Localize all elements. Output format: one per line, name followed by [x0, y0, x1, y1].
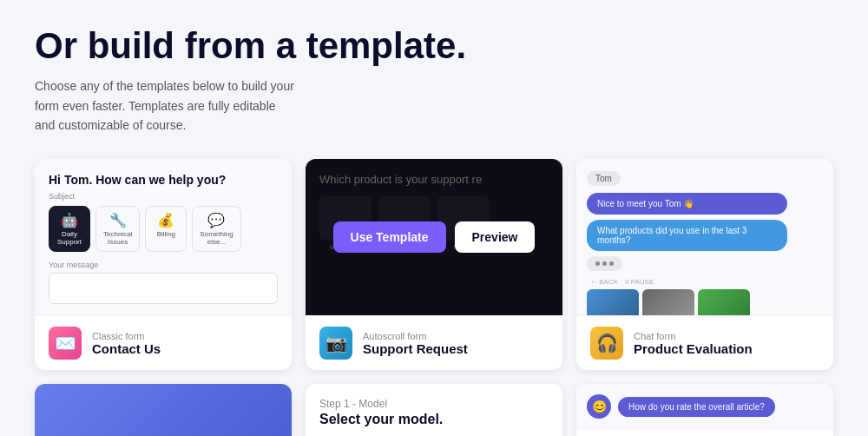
bottom-card-blue[interactable] [35, 384, 292, 436]
chat-bubble-1: Nice to meet you Tom 👋 [587, 193, 787, 215]
template-name-chat: Product Evaluation [634, 341, 753, 356]
dot-2 [602, 261, 607, 266]
mini-avatar: 😊 [587, 394, 611, 419]
preview-support: Which product is your support re My Phon… [306, 159, 562, 315]
chat-image-3 [698, 289, 750, 315]
back-pause-controls: ← BACK II PAUSE [590, 278, 823, 286]
chat-image-1 [587, 289, 639, 315]
message-label: Your message [49, 261, 278, 269]
step-label: Step 1 - Model [319, 398, 549, 410]
page-title: Or build from a template. [35, 26, 833, 66]
bottom-card-step[interactable]: Step 1 - Model Select your model. [306, 384, 562, 436]
dot-3 [609, 261, 614, 266]
chat-tom-label: Tom [587, 171, 621, 186]
bottom-card-chat[interactable]: 😊 How do you rate the overall article? [576, 384, 833, 436]
mini-chat-bubble: How do you rate the overall article? [618, 397, 775, 417]
mini-chat-content: 😊 How do you rate the overall article? [576, 384, 833, 429]
preview-chat: Tom Nice to meet you Tom 👋 What products… [576, 159, 833, 315]
hi-text: Hi Tom. How can we help you? [49, 173, 278, 187]
step-subtitle: Select your model. [319, 412, 549, 427]
chat-typing-dots [587, 256, 622, 271]
page-subtitle: Choose any of the templates below to bui… [35, 76, 295, 135]
subject-label: Subject [49, 192, 278, 201]
template-info-support: Autoscroll form Support Request [363, 331, 468, 356]
subject-technical[interactable]: 🔧 TechnicalIssues [95, 206, 140, 252]
template-name-support: Support Request [363, 341, 468, 356]
template-info-classic: Classic form Contact Us [92, 331, 161, 356]
use-template-button[interactable]: Use Template [333, 221, 446, 253]
template-type-chat: Chat form [634, 331, 753, 341]
template-type-support: Autoscroll form [363, 331, 468, 341]
chat-image-2 [642, 289, 694, 315]
chat-icon: 🎧 [590, 327, 623, 360]
template-info-chat: Chat form Product Evaluation [634, 331, 753, 356]
templates-grid: Hi Tom. How can we help you? Subject 🤖 D… [35, 159, 833, 370]
subject-icons: 🤖 DailySupport 🔧 TechnicalIssues 💰 Billi… [49, 206, 278, 252]
template-name-classic: Contact Us [92, 341, 161, 356]
dot-1 [595, 261, 600, 266]
preview-button[interactable]: Preview [455, 221, 536, 253]
template-type-classic: Classic form [92, 331, 161, 341]
chat-images-row [587, 289, 823, 315]
subject-billing[interactable]: 💰 Billing [145, 206, 187, 252]
chat-bubble-2: What products did you use in the last 3 … [587, 220, 787, 251]
template-footer-support: 📷 Autoscroll form Support Request [306, 315, 562, 370]
template-card-classic[interactable]: Hi Tom. How can we help you? Subject 🤖 D… [35, 159, 292, 370]
support-icon: 📷 [319, 327, 352, 360]
template-footer-chat: 🎧 Chat form Product Evaluation [576, 315, 833, 370]
template-footer-classic: ✉️ Classic form Contact Us [35, 315, 292, 370]
step-content: Step 1 - Model Select your model. [306, 384, 562, 436]
template-overlay: Use Template Preview [306, 159, 562, 315]
subject-daily-support[interactable]: 🤖 DailySupport [49, 206, 90, 252]
bottom-row: Step 1 - Model Select your model. 😊 How … [35, 384, 833, 436]
message-input-preview [49, 273, 278, 304]
classic-icon: ✉️ [49, 327, 82, 360]
preview-classic: Hi Tom. How can we help you? Subject 🤖 D… [35, 159, 292, 315]
template-card-support[interactable]: Which product is your support re My Phon… [306, 159, 562, 370]
subject-other[interactable]: 💬 Somethingelse... [192, 206, 240, 252]
template-card-chat[interactable]: Tom Nice to meet you Tom 👋 What products… [576, 159, 833, 370]
